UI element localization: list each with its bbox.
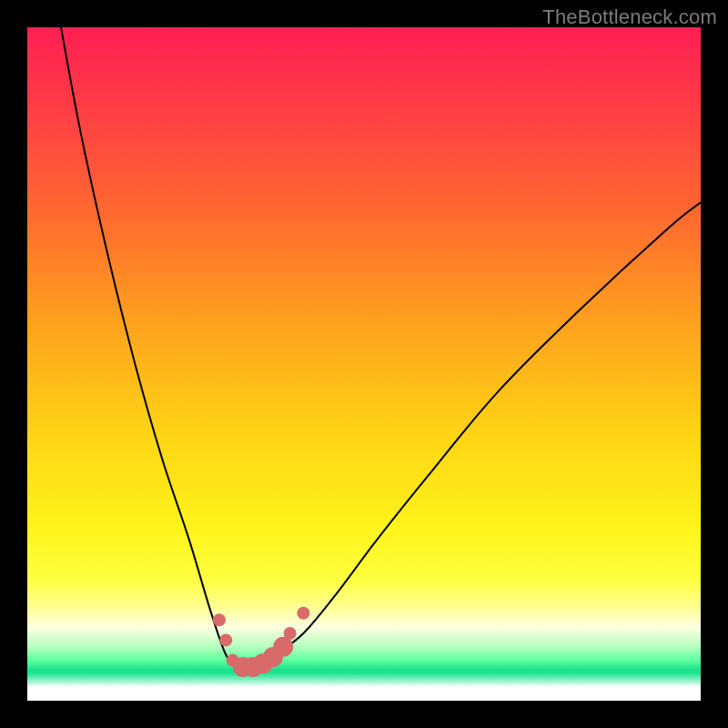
curve-marker — [284, 627, 297, 640]
chart-frame: TheBottleneck.com — [0, 0, 728, 728]
curve-marker — [273, 637, 293, 657]
curve-marker — [213, 613, 226, 626]
curve-layer — [27, 27, 701, 701]
plot-area — [27, 27, 701, 701]
marker-group — [213, 607, 310, 677]
curve-marker — [297, 607, 309, 620]
left-curve — [61, 27, 243, 668]
right-curve — [243, 202, 701, 668]
watermark-text: TheBottleneck.com — [542, 5, 717, 29]
curve-marker — [219, 633, 232, 646]
